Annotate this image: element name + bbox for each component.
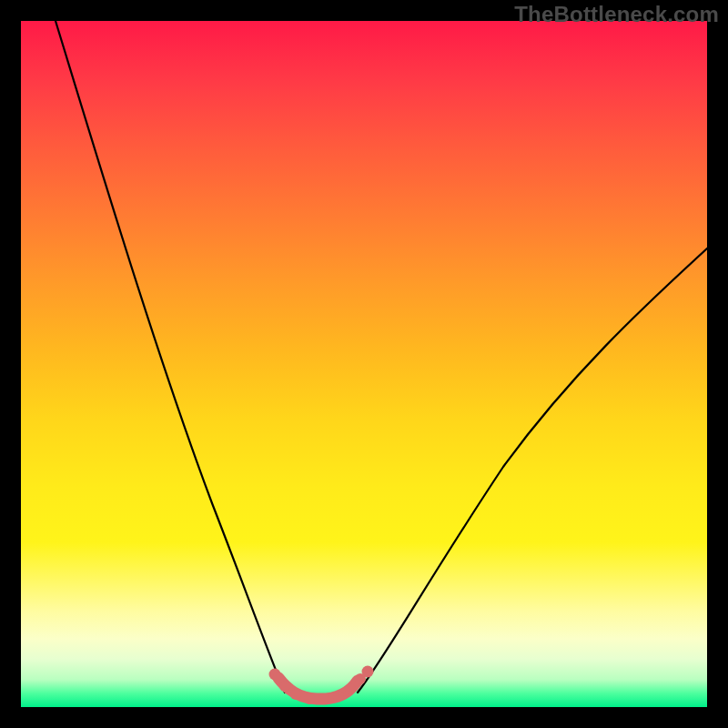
chart-plot-area: [21, 21, 707, 707]
curve-right: [358, 248, 707, 693]
svg-point-4: [318, 693, 329, 704]
svg-point-6: [345, 683, 356, 694]
watermark-text: TheBottleneck.com: [514, 2, 719, 27]
chart-frame: TheBottleneck.com: [0, 0, 728, 728]
curve-left: [56, 21, 285, 693]
svg-point-2: [290, 689, 301, 700]
svg-point-8: [362, 666, 374, 678]
svg-point-1: [279, 681, 290, 692]
svg-point-3: [304, 693, 315, 704]
bottleneck-marker: [269, 666, 374, 705]
svg-point-5: [333, 691, 344, 702]
chart-svg: [21, 21, 707, 707]
